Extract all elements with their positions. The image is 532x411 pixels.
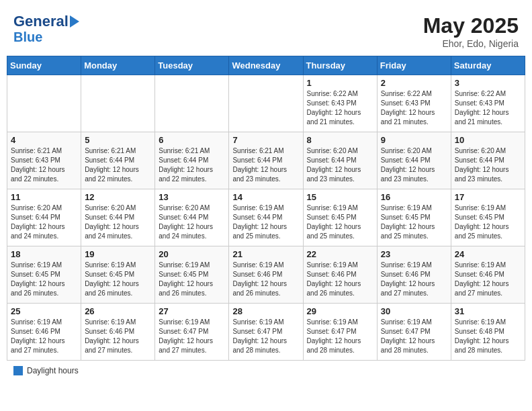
day-header-sunday: Sunday	[7, 56, 81, 75]
day-number: 4	[11, 135, 77, 145]
calendar-cell	[155, 75, 229, 132]
day-info: Sunrise: 6:19 AM Sunset: 6:47 PM Dayligh…	[381, 318, 447, 355]
day-number: 6	[159, 135, 225, 145]
calendar-table: SundayMondayTuesdayWednesdayThursdayFrid…	[7, 56, 525, 361]
logo: General Blue	[13, 13, 79, 44]
day-number: 11	[11, 192, 77, 202]
day-number: 2	[381, 78, 447, 88]
month-year: May 2025	[423, 13, 519, 38]
calendar-cell: 21Sunrise: 6:19 AM Sunset: 6:46 PM Dayli…	[229, 246, 303, 304]
day-info: Sunrise: 6:20 AM Sunset: 6:44 PM Dayligh…	[11, 203, 77, 241]
day-info: Sunrise: 6:21 AM Sunset: 6:44 PM Dayligh…	[85, 146, 151, 184]
day-header-friday: Friday	[377, 56, 451, 75]
day-info: Sunrise: 6:19 AM Sunset: 6:45 PM Dayligh…	[11, 261, 77, 298]
calendar-cell: 31Sunrise: 6:19 AM Sunset: 6:48 PM Dayli…	[451, 304, 525, 361]
day-info: Sunrise: 6:20 AM Sunset: 6:44 PM Dayligh…	[85, 203, 151, 241]
title-block: May 2025 Ehor, Edo, Nigeria	[423, 13, 519, 49]
calendar-cell: 19Sunrise: 6:19 AM Sunset: 6:45 PM Dayli…	[81, 246, 155, 304]
day-info: Sunrise: 6:20 AM Sunset: 6:44 PM Dayligh…	[381, 146, 447, 184]
day-number: 1	[307, 78, 373, 88]
calendar-cell: 28Sunrise: 6:19 AM Sunset: 6:47 PM Dayli…	[229, 304, 303, 361]
legend-label: Daylight hours	[27, 366, 79, 375]
day-info: Sunrise: 6:19 AM Sunset: 6:47 PM Dayligh…	[307, 318, 373, 355]
day-info: Sunrise: 6:22 AM Sunset: 6:43 PM Dayligh…	[381, 89, 447, 127]
calendar-week-row: 18Sunrise: 6:19 AM Sunset: 6:45 PM Dayli…	[7, 246, 525, 304]
day-info: Sunrise: 6:20 AM Sunset: 6:44 PM Dayligh…	[159, 203, 225, 241]
day-info: Sunrise: 6:21 AM Sunset: 6:43 PM Dayligh…	[11, 146, 77, 184]
calendar-cell: 29Sunrise: 6:19 AM Sunset: 6:47 PM Dayli…	[303, 304, 377, 361]
calendar-week-row: 4Sunrise: 6:21 AM Sunset: 6:43 PM Daylig…	[7, 132, 525, 189]
calendar-cell: 5Sunrise: 6:21 AM Sunset: 6:44 PM Daylig…	[81, 132, 155, 189]
day-info: Sunrise: 6:19 AM Sunset: 6:48 PM Dayligh…	[455, 318, 521, 355]
day-number: 10	[455, 135, 521, 145]
calendar-cell: 14Sunrise: 6:19 AM Sunset: 6:44 PM Dayli…	[229, 189, 303, 246]
day-number: 23	[381, 249, 447, 259]
legend: Daylight hours	[7, 366, 525, 375]
day-info: Sunrise: 6:19 AM Sunset: 6:46 PM Dayligh…	[307, 261, 373, 298]
day-number: 30	[381, 306, 447, 316]
day-info: Sunrise: 6:19 AM Sunset: 6:46 PM Dayligh…	[232, 261, 299, 298]
day-number: 29	[307, 306, 373, 316]
calendar-cell: 2Sunrise: 6:22 AM Sunset: 6:43 PM Daylig…	[377, 75, 451, 132]
location: Ehor, Edo, Nigeria	[423, 38, 519, 49]
day-info: Sunrise: 6:19 AM Sunset: 6:45 PM Dayligh…	[85, 261, 151, 298]
day-number: 24	[455, 249, 521, 259]
calendar-cell: 18Sunrise: 6:19 AM Sunset: 6:45 PM Dayli…	[7, 246, 81, 304]
day-info: Sunrise: 6:20 AM Sunset: 6:44 PM Dayligh…	[307, 146, 373, 184]
day-number: 22	[307, 249, 373, 259]
day-info: Sunrise: 6:19 AM Sunset: 6:44 PM Dayligh…	[232, 203, 299, 241]
day-info: Sunrise: 6:22 AM Sunset: 6:43 PM Dayligh…	[455, 89, 521, 127]
day-number: 25	[11, 306, 77, 316]
calendar-cell: 26Sunrise: 6:19 AM Sunset: 6:46 PM Dayli…	[81, 304, 155, 361]
day-info: Sunrise: 6:19 AM Sunset: 6:46 PM Dayligh…	[455, 261, 521, 298]
day-info: Sunrise: 6:19 AM Sunset: 6:46 PM Dayligh…	[85, 318, 151, 355]
day-header-monday: Monday	[81, 56, 155, 75]
calendar-cell: 16Sunrise: 6:19 AM Sunset: 6:45 PM Dayli…	[377, 189, 451, 246]
calendar-week-row: 1Sunrise: 6:22 AM Sunset: 6:43 PM Daylig…	[7, 75, 525, 132]
calendar-cell: 7Sunrise: 6:21 AM Sunset: 6:44 PM Daylig…	[229, 132, 303, 189]
day-info: Sunrise: 6:19 AM Sunset: 6:45 PM Dayligh…	[159, 261, 225, 298]
calendar-cell	[81, 75, 155, 132]
day-number: 28	[232, 306, 299, 316]
day-number: 31	[455, 306, 521, 316]
day-info: Sunrise: 6:19 AM Sunset: 6:46 PM Dayligh…	[11, 318, 77, 355]
calendar-cell: 27Sunrise: 6:19 AM Sunset: 6:47 PM Dayli…	[155, 304, 229, 361]
day-header-saturday: Saturday	[451, 56, 525, 75]
calendar-cell	[229, 75, 303, 132]
calendar-cell: 23Sunrise: 6:19 AM Sunset: 6:46 PM Dayli…	[377, 246, 451, 304]
calendar-cell: 8Sunrise: 6:20 AM Sunset: 6:44 PM Daylig…	[303, 132, 377, 189]
day-number: 27	[159, 306, 225, 316]
day-number: 26	[85, 306, 151, 316]
calendar-header-row: SundayMondayTuesdayWednesdayThursdayFrid…	[7, 56, 525, 75]
day-info: Sunrise: 6:19 AM Sunset: 6:47 PM Dayligh…	[159, 318, 225, 355]
day-number: 15	[307, 192, 373, 202]
calendar-cell: 6Sunrise: 6:21 AM Sunset: 6:44 PM Daylig…	[155, 132, 229, 189]
day-number: 16	[381, 192, 447, 202]
svg-marker-0	[70, 15, 79, 28]
logo-text-blue: Blue	[13, 30, 79, 44]
calendar-cell: 10Sunrise: 6:20 AM Sunset: 6:44 PM Dayli…	[451, 132, 525, 189]
logo-text: General	[13, 13, 69, 30]
day-number: 20	[159, 249, 225, 259]
calendar-cell: 12Sunrise: 6:20 AM Sunset: 6:44 PM Dayli…	[81, 189, 155, 246]
day-info: Sunrise: 6:19 AM Sunset: 6:45 PM Dayligh…	[381, 203, 447, 241]
calendar-cell: 11Sunrise: 6:20 AM Sunset: 6:44 PM Dayli…	[7, 189, 81, 246]
calendar-cell: 25Sunrise: 6:19 AM Sunset: 6:46 PM Dayli…	[7, 304, 81, 361]
page-header: General Blue May 2025 Ehor, Edo, Nigeria	[7, 7, 525, 52]
calendar-cell: 15Sunrise: 6:19 AM Sunset: 6:45 PM Dayli…	[303, 189, 377, 246]
day-number: 17	[455, 192, 521, 202]
day-number: 12	[85, 192, 151, 202]
logo-icon	[70, 15, 79, 28]
legend-box	[13, 366, 23, 375]
day-info: Sunrise: 6:19 AM Sunset: 6:47 PM Dayligh…	[232, 318, 299, 355]
day-number: 7	[232, 135, 299, 145]
day-info: Sunrise: 6:22 AM Sunset: 6:43 PM Dayligh…	[307, 89, 373, 127]
calendar-week-row: 11Sunrise: 6:20 AM Sunset: 6:44 PM Dayli…	[7, 189, 525, 246]
day-header-wednesday: Wednesday	[229, 56, 303, 75]
calendar-cell: 4Sunrise: 6:21 AM Sunset: 6:43 PM Daylig…	[7, 132, 81, 189]
day-number: 13	[159, 192, 225, 202]
calendar-cell: 22Sunrise: 6:19 AM Sunset: 6:46 PM Dayli…	[303, 246, 377, 304]
calendar-cell: 30Sunrise: 6:19 AM Sunset: 6:47 PM Dayli…	[377, 304, 451, 361]
calendar-cell: 9Sunrise: 6:20 AM Sunset: 6:44 PM Daylig…	[377, 132, 451, 189]
day-number: 19	[85, 249, 151, 259]
